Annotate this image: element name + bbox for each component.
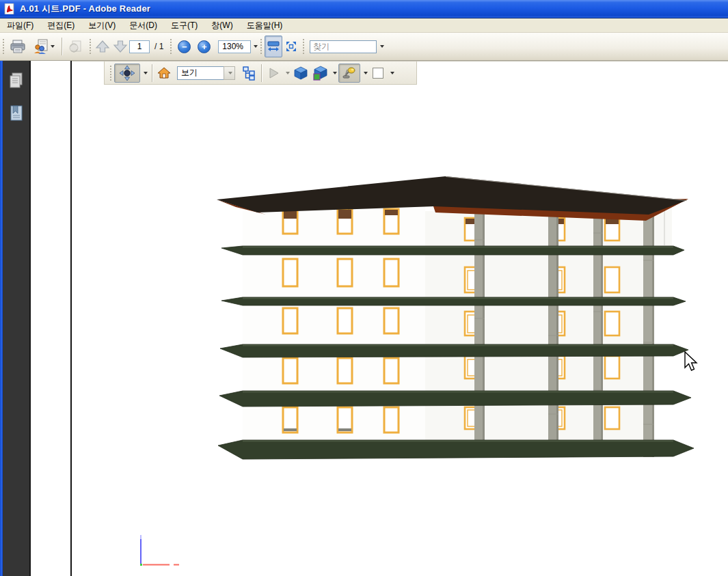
zoom-in-button[interactable]: + [198, 40, 211, 53]
3d-building-model[interactable] [203, 172, 695, 465]
use-perspective-button[interactable] [291, 64, 310, 83]
menu-window[interactable]: 창(W) [204, 18, 239, 33]
fit-page-button[interactable] [282, 36, 300, 57]
rotate-tool-dropdown[interactable] [140, 64, 149, 83]
arrow-up-icon [95, 39, 110, 54]
3d-toolbar: 보기 [104, 61, 417, 85]
menu-help[interactable]: 도움말(H) [240, 18, 290, 33]
pages-panel-button[interactable] [6, 69, 27, 92]
bookmarks-panel-button[interactable] [6, 102, 27, 125]
fit-width-icon [267, 40, 280, 53]
web-page-icon [68, 38, 84, 55]
main-toolbar: / 1 − + 130% [0, 33, 728, 61]
3d-toolbar-separator [261, 64, 262, 82]
plus-icon: + [202, 42, 207, 51]
3d-toolbar-separator [152, 64, 152, 82]
zoom-level-combobox[interactable]: 130% [218, 40, 251, 53]
color-swatch [373, 68, 383, 79]
view-combobox-dropdown[interactable] [224, 66, 235, 80]
3d-toolbar-grip[interactable] [109, 65, 112, 81]
next-page-button-disabled[interactable] [111, 36, 129, 57]
document-pasteboard [31, 61, 72, 576]
lamp-icon [342, 66, 357, 81]
menu-edit[interactable]: 편집(E) [40, 18, 81, 33]
email-share-button[interactable] [29, 36, 59, 57]
navigation-panel [3, 61, 31, 576]
page-total-label: / 1 [154, 42, 163, 51]
play-dropdown[interactable] [282, 64, 291, 83]
play-icon [267, 67, 280, 79]
toolbar-grip[interactable] [2, 38, 5, 55]
fit-width-button[interactable] [265, 36, 282, 57]
menu-bar: 파일(F) 편집(E) 보기(V) 문서(D) 도구(T) 창(W) 도움말(H… [0, 18, 728, 33]
chevron-down-icon [228, 72, 232, 74]
toolbar-separator [62, 38, 62, 55]
content-area: 보기 [0, 61, 728, 576]
background-color-button[interactable] [369, 64, 387, 83]
share-dropdown-caret[interactable] [51, 45, 55, 48]
menu-document[interactable]: 문서(D) [122, 18, 164, 33]
menu-tools[interactable]: 도구(T) [164, 18, 204, 33]
render-mode-button[interactable] [310, 64, 329, 83]
title-bar: A.01 시트.PDF - Adobe Reader [0, 0, 728, 18]
3d-cube-icon [293, 66, 308, 81]
toolbar-grip[interactable] [260, 38, 262, 55]
zoom-out-button[interactable]: − [178, 40, 191, 53]
find-input[interactable] [310, 40, 377, 53]
print-button[interactable] [7, 36, 29, 57]
find-dropdown-caret[interactable] [380, 45, 384, 48]
toolbar-grip[interactable] [302, 38, 305, 55]
upload-web-button-disabled[interactable] [65, 36, 87, 57]
lighting-dropdown[interactable] [360, 64, 369, 83]
toolbar-grip[interactable] [89, 38, 92, 55]
page-number-input[interactable] [129, 40, 150, 53]
dropdown-caret [364, 72, 368, 74]
dropdown-caret [390, 72, 394, 74]
render-mode-cube-icon [312, 66, 327, 81]
zoom-dropdown-caret[interactable] [254, 45, 258, 48]
mouse-cursor [684, 351, 701, 373]
minus-icon: − [182, 42, 187, 51]
toolbar-grip[interactable] [170, 38, 172, 55]
menu-view[interactable]: 보기(V) [81, 18, 122, 33]
view-combobox-value: 보기 [177, 66, 224, 80]
rotate-tool-button[interactable] [114, 64, 140, 83]
arrow-down-icon [113, 39, 128, 54]
window-title: A.01 시트.PDF - Adobe Reader [20, 3, 150, 15]
model-tree-button[interactable] [239, 64, 258, 83]
play-animation-button-disabled[interactable] [265, 64, 282, 83]
fit-page-icon [284, 40, 298, 53]
dropdown-caret [333, 72, 337, 74]
previous-page-button-disabled[interactable] [94, 36, 111, 57]
menu-file[interactable]: 파일(F) [0, 18, 40, 33]
rotate-4way-icon [119, 65, 135, 81]
default-view-home-button[interactable] [155, 64, 173, 83]
share-document-icon [33, 38, 49, 55]
view-combobox[interactable]: 보기 [177, 66, 235, 80]
model-tree-icon [241, 66, 256, 81]
zoom-level-value: 130% [222, 42, 243, 51]
printer-icon [10, 38, 26, 55]
render-mode-dropdown[interactable] [329, 64, 338, 83]
background-color-dropdown[interactable] [387, 64, 396, 83]
lighting-button[interactable] [338, 64, 360, 83]
home-icon [157, 66, 171, 80]
pdf-page[interactable]: 보기 [72, 61, 728, 576]
pages-icon [8, 71, 25, 90]
dropdown-caret [144, 72, 148, 74]
axis-gizmo [138, 534, 182, 569]
pdf-file-icon [4, 3, 16, 14]
dropdown-caret [286, 72, 290, 74]
bookmarks-icon [8, 104, 25, 123]
